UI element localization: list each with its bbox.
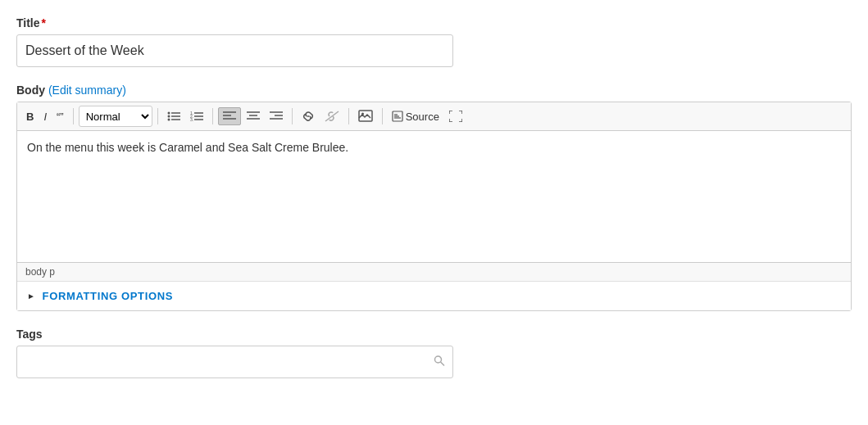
align-center-button[interactable] [243,108,264,124]
source-button[interactable]: Source [388,108,443,124]
editor-toolbar: B I “” Normal Heading 1 Heading 2 Headin… [17,102,851,131]
image-icon [358,110,373,123]
bold-button[interactable]: B [22,109,38,124]
separator-3 [212,108,213,124]
align-left-button[interactable] [218,107,241,125]
required-indicator: * [42,16,46,29]
editor-footer: body p [17,262,851,281]
align-right-icon [270,111,283,122]
separator-6 [382,108,383,124]
align-left-icon [223,111,236,122]
ul-icon [167,111,180,122]
ol-icon: 1. 2. 3. [190,111,203,122]
formatting-options-label: FORMATTING OPTIONS [43,290,174,302]
svg-line-30 [441,362,445,366]
svg-point-4 [167,119,170,121]
svg-point-2 [167,115,170,118]
separator-2 [157,108,158,124]
link-button[interactable] [298,108,319,124]
body-label: Body (Edit summary) [16,84,852,97]
editor-content-area[interactable]: On the menu this week is Caramel and Sea… [17,131,851,262]
unlink-button[interactable] [320,108,343,124]
source-icon [392,111,403,122]
edit-summary-link[interactable]: (Edit summary) [48,84,126,97]
tags-input-wrapper [16,346,453,378]
separator-4 [292,108,293,124]
title-input[interactable] [16,34,453,67]
svg-point-29 [435,356,442,363]
source-label: Source [406,111,439,122]
fullscreen-icon [449,111,462,122]
body-editor: B I “” Normal Heading 1 Heading 2 Headin… [16,102,852,311]
tags-input[interactable] [16,346,453,378]
formatting-options-toggle[interactable]: ► FORMATTING OPTIONS [17,281,851,310]
separator-1 [73,108,74,124]
align-center-icon [247,111,260,122]
svg-point-0 [167,112,170,115]
link-icon [302,111,315,122]
align-right-button[interactable] [266,108,287,124]
blockquote-button[interactable]: “” [52,109,68,124]
separator-5 [348,108,349,124]
unlink-icon [325,111,339,122]
formatting-arrow-icon: ► [27,292,36,301]
svg-text:3.: 3. [190,117,193,122]
tags-search-icon [434,355,445,369]
title-label: Title* [16,16,852,29]
italic-button[interactable]: I [39,109,51,124]
ordered-list-button[interactable]: 1. 2. 3. [186,108,207,124]
unordered-list-button[interactable] [163,108,184,124]
image-button[interactable] [354,107,377,125]
tags-section: Tags [16,328,852,378]
fullscreen-button[interactable] [445,108,466,124]
format-select[interactable]: Normal Heading 1 Heading 2 Heading 3 Hea… [79,106,152,127]
tags-label: Tags [16,328,852,341]
